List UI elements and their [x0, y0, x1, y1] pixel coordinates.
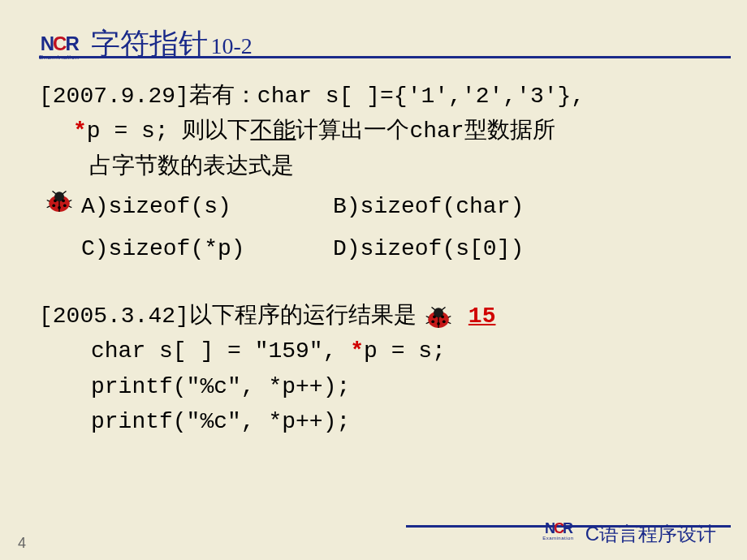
- red-star: *: [73, 118, 87, 144]
- ncr-logo-small: NCR Examination: [542, 521, 574, 541]
- page-number: 4: [18, 535, 26, 552]
- ladybug-icon: [45, 191, 73, 213]
- q2: [2005.3.42]以下程序的运行结果是 15 char s[ ] = "15…: [39, 299, 708, 440]
- opt-b: B)sizeof(char): [333, 189, 593, 224]
- logo-r: R: [65, 32, 77, 54]
- q1-line1: [2007.9.29]若有：char s[ ]={'1','2','3'},: [39, 79, 708, 114]
- footer: 4 NCR Examination C语言程序设计: [0, 508, 747, 560]
- logo-c: C: [53, 32, 65, 54]
- footer-brand: NCR Examination C语言程序设计: [542, 521, 716, 547]
- content-body: [2007.9.29]若有：char s[ ]={'1','2','3'}, *…: [39, 79, 708, 440]
- red-star: *: [350, 338, 364, 364]
- logo-n: N: [41, 32, 53, 54]
- header-rule: [39, 56, 731, 58]
- q2-prefix: [2005.3.42]以下程序的运行结果是: [39, 299, 417, 334]
- q1-options: A)sizeof(s) B)sizeof(char) C)sizeof(*p) …: [81, 189, 708, 266]
- ladybug-icon: [425, 307, 452, 330]
- q1-line3: 占字节数的表达式是: [89, 149, 708, 184]
- opt-d: D)sizeof(s[0]): [333, 231, 593, 266]
- q2-code2: printf("%c", *p++);: [91, 369, 708, 404]
- opt-c: C)sizeof(*p): [81, 231, 333, 266]
- q2-line1: [2005.3.42]以下程序的运行结果是 15: [39, 299, 708, 334]
- q1-line2: *p = s; 则以下不能计算出一个char型数据所: [73, 114, 708, 149]
- underline-not: 不能: [250, 118, 296, 144]
- q2-answer: 15: [468, 299, 496, 334]
- course-title: C语言程序设计: [585, 521, 716, 547]
- q2-code3: printf("%c", *p++);: [91, 404, 708, 439]
- slide: NCR Examination 字符指针10-2 [2007.9.29]若有：c…: [0, 0, 747, 560]
- opt-a: A)sizeof(s): [81, 189, 333, 224]
- q2-code1: char s[ ] = "159", *p = s;: [91, 334, 708, 368]
